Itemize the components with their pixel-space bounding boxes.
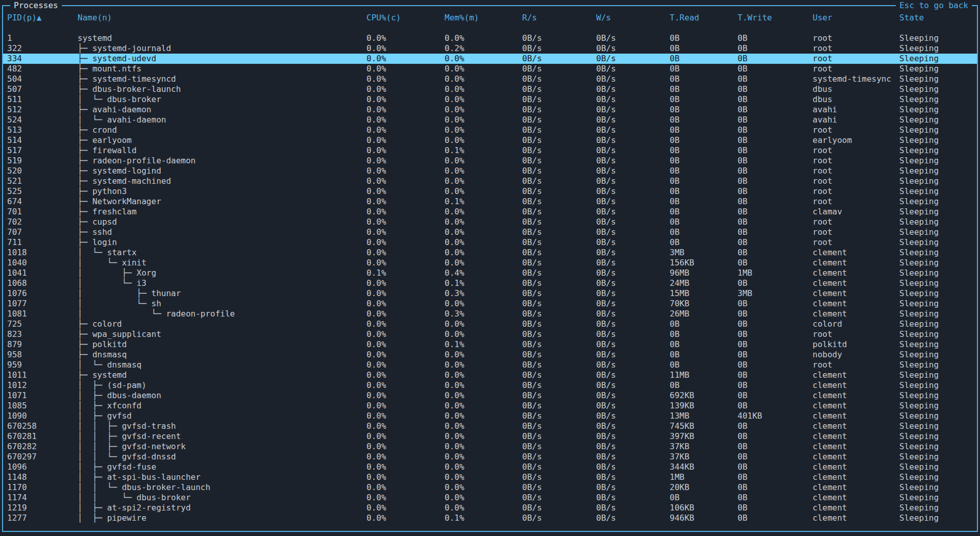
column-header-tread[interactable]: T.Read: [670, 13, 738, 23]
cell-pid: 482: [7, 64, 78, 74]
cell-state: Sleeping: [899, 227, 977, 237]
column-header-state[interactable]: State: [899, 13, 977, 23]
cell-mem: 0.0%: [445, 360, 522, 370]
process-row[interactable]: 707├─ sshd0.0%0.0%0B/s0B/s0B0BrootSleepi…: [3, 227, 977, 237]
cell-mem: 0.0%: [445, 207, 522, 217]
process-row[interactable]: 514├─ earlyoom0.0%0.0%0B/s0B/s0B0Bearlyo…: [3, 135, 977, 145]
process-row[interactable]: 1071│ ├─ dbus-daemon0.0%0.0%0B/s0B/s692K…: [3, 391, 977, 401]
process-row[interactable]: 517├─ firewalld0.0%0.1%0B/s0B/s0B0BrootS…: [3, 145, 977, 156]
process-row[interactable]: 525├─ python30.0%0.0%0B/s0B/s0B0BrootSle…: [3, 186, 977, 197]
process-row[interactable]: 701├─ freshclam0.0%0.0%0B/s0B/s0B0Bclama…: [3, 207, 977, 217]
cell-user: root: [813, 217, 899, 227]
process-row[interactable]: 1011├─ systemd0.0%0.0%0B/s0B/s11MB0Bclem…: [3, 370, 977, 380]
column-header-user[interactable]: User: [813, 13, 899, 23]
cell-twrite: 0B: [738, 33, 813, 43]
process-row[interactable]: 507├─ dbus-broker-launch0.0%0.0%0B/s0B/s…: [3, 84, 977, 94]
process-row[interactable]: 1012│ ├─ (sd-pam)0.0%0.0%0B/s0B/s0B0Bcle…: [3, 380, 977, 391]
process-row[interactable]: 1148│ ├─ at-spi-bus-launcher0.0%0.0%0B/s…: [3, 472, 977, 482]
cell-rps: 0B/s: [522, 493, 596, 503]
column-header-mem[interactable]: Mem%(m): [445, 13, 522, 23]
process-row[interactable]: 1174│ │ └─ dbus-broker0.0%0.0%0B/s0B/s0B…: [3, 493, 977, 503]
process-row[interactable]: 1277│ ├─ pipewire0.0%0.1%0B/s0B/s946KB0B…: [3, 513, 977, 523]
process-row[interactable]: 482├─ mount.ntfs0.0%0.0%0B/s0B/s0B0Broot…: [3, 64, 977, 74]
cell-rps: 0B/s: [522, 462, 596, 472]
process-row[interactable]: 725├─ colord0.0%0.0%0B/s0B/s0B0BcolordSl…: [3, 319, 977, 329]
process-row[interactable]: 879├─ polkitd0.0%0.1%0B/s0B/s0B0Bpolkitd…: [3, 339, 977, 350]
cell-cpu: 0.0%: [366, 186, 445, 197]
cell-pid: 879: [7, 339, 78, 350]
process-row[interactable]: 1085│ ├─ xfconfd0.0%0.0%0B/s0B/s139KB0Bc…: [3, 401, 977, 411]
column-header-rps[interactable]: R/s: [522, 13, 596, 23]
process-row[interactable]: 511│ └─ dbus-broker0.0%0.0%0B/s0B/s0B0Bd…: [3, 94, 977, 105]
cell-state: Sleeping: [899, 207, 977, 217]
process-row[interactable]: 711├─ login0.0%0.0%0B/s0B/s0B0BrootSleep…: [3, 237, 977, 248]
process-row[interactable]: 504├─ systemd-timesyncd0.0%0.0%0B/s0B/s0…: [3, 74, 977, 84]
cell-wps: 0B/s: [596, 278, 670, 288]
process-row[interactable]: 1090│ ├─ gvfsd0.0%0.0%0B/s0B/s13MB401KBc…: [3, 411, 977, 421]
cell-twrite: 0B: [738, 125, 813, 135]
process-row[interactable]: 1systemd0.0%0.0%0B/s0B/s0B0BrootSleeping: [3, 33, 977, 43]
process-row[interactable]: 521├─ systemd-machined0.0%0.0%0B/s0B/s0B…: [3, 176, 977, 186]
process-row[interactable]: 1096│ ├─ gvfsd-fuse0.0%0.0%0B/s0B/s344KB…: [3, 462, 977, 472]
cell-pid: 670282: [7, 442, 78, 452]
process-row[interactable]: 1170│ │ └─ dbus-broker-launch0.0%0.0%0B/…: [3, 482, 977, 493]
process-row[interactable]: 519├─ radeon-profile-daemon0.0%0.0%0B/s0…: [3, 156, 977, 166]
cell-state: Sleeping: [899, 288, 977, 299]
cell-tread: 692KB: [670, 391, 738, 401]
process-row[interactable]: 322├─ systemd-journald0.0%0.2%0B/s0B/s0B…: [3, 43, 977, 54]
process-row[interactable]: 1068│ └─ i30.0%0.1%0B/s0B/s24MB0Bclement…: [3, 278, 977, 288]
process-row[interactable]: 670258│ │ ├─ gvfsd-trash0.0%0.0%0B/s0B/s…: [3, 421, 977, 431]
cell-name: │ ├─ at-spi-bus-launcher: [78, 472, 366, 482]
cell-rps: 0B/s: [522, 299, 596, 309]
cell-pid: 1077: [7, 299, 78, 309]
cell-cpu: 0.0%: [366, 299, 445, 309]
process-row[interactable]: 1219│ ├─ at-spi2-registryd0.0%0.0%0B/s0B…: [3, 503, 977, 513]
cell-state: Sleeping: [899, 299, 977, 309]
cell-pid: 1: [7, 33, 78, 43]
process-row[interactable]: 1041│ ├─ Xorg0.1%0.4%0B/s0B/s96MB1MBclem…: [3, 268, 977, 278]
process-row[interactable]: 1040│ └─ xinit0.0%0.0%0B/s0B/s156KB0Bcle…: [3, 258, 977, 268]
cell-twrite: 0B: [738, 482, 813, 493]
cell-cpu: 0.0%: [366, 227, 445, 237]
column-header-pid[interactable]: PID(p)▲: [7, 13, 78, 23]
column-header-twrite[interactable]: T.Write: [738, 13, 813, 23]
column-header-name[interactable]: Name(n): [78, 13, 366, 23]
cell-state: Sleeping: [899, 115, 977, 125]
process-row[interactable]: 823├─ wpa_supplicant0.0%0.0%0B/s0B/s0B0B…: [3, 329, 977, 339]
cell-wps: 0B/s: [596, 176, 670, 186]
process-row[interactable]: 670281│ │ ├─ gvfsd-recent0.0%0.0%0B/s0B/…: [3, 431, 977, 442]
process-row[interactable]: 958├─ dnsmasq0.0%0.0%0B/s0B/s0B0BnobodyS…: [3, 350, 977, 360]
process-row[interactable]: 674├─ NetworkManager0.0%0.1%0B/s0B/s0B0B…: [3, 197, 977, 207]
process-row[interactable]: 512├─ avahi-daemon0.0%0.0%0B/s0B/s0B0Bav…: [3, 105, 977, 115]
cell-name: │ └─ avahi-daemon: [78, 115, 366, 125]
process-row[interactable]: 1077│ └─ sh0.0%0.0%0B/s0B/s70KB0Bclement…: [3, 299, 977, 309]
process-row[interactable]: 524│ └─ avahi-daemon0.0%0.0%0B/s0B/s0B0B…: [3, 115, 977, 125]
cell-pid: 1081: [7, 309, 78, 319]
process-row[interactable]: 513├─ crond0.0%0.0%0B/s0B/s0B0BrootSleep…: [3, 125, 977, 135]
cell-pid: 1011: [7, 370, 78, 380]
cell-tread: 0B: [670, 329, 738, 339]
process-row[interactable]: 1081│ └─ radeon-profile0.0%0.3%0B/s0B/s2…: [3, 309, 977, 319]
cell-user: systemd-timesync: [813, 74, 899, 84]
cell-name: │ │ ├─ gvfsd-trash: [78, 421, 366, 431]
cell-wps: 0B/s: [596, 237, 670, 248]
cell-tread: 106KB: [670, 503, 738, 513]
cell-cpu: 0.0%: [366, 411, 445, 421]
process-row[interactable]: 670282│ │ ├─ gvfsd-network0.0%0.0%0B/s0B…: [3, 442, 977, 452]
process-row[interactable]: 670297│ │ └─ gvfsd-dnssd0.0%0.0%0B/s0B/s…: [3, 452, 977, 462]
column-header-wps[interactable]: W/s: [596, 13, 670, 23]
cell-tread: 0B: [670, 186, 738, 197]
process-row[interactable]: 1018│ └─ startx0.0%0.0%0B/s0B/s3MB0Bclem…: [3, 248, 977, 258]
cell-rps: 0B/s: [522, 482, 596, 493]
cell-twrite: 0B: [738, 145, 813, 156]
process-row[interactable]: 1076│ ├─ thunar0.0%0.3%0B/s0B/s15MB3MBcl…: [3, 288, 977, 299]
process-row[interactable]: 702├─ cupsd0.0%0.0%0B/s0B/s0B0BrootSleep…: [3, 217, 977, 227]
cell-name: │ └─ radeon-profile: [78, 309, 366, 319]
cell-name: ├─ firewalld: [78, 145, 366, 156]
cell-wps: 0B/s: [596, 288, 670, 299]
cell-name: ├─ sshd: [78, 227, 366, 237]
process-row-selected[interactable]: 334├─ systemd-udevd0.0%0.0%0B/s0B/s0B0Br…: [3, 54, 977, 64]
column-header-cpu[interactable]: CPU%(c): [366, 13, 445, 23]
process-row[interactable]: 959│ └─ dnsmasq0.0%0.0%0B/s0B/s0B0BrootS…: [3, 360, 977, 370]
process-row[interactable]: 520├─ systemd-logind0.0%0.0%0B/s0B/s0B0B…: [3, 166, 977, 176]
